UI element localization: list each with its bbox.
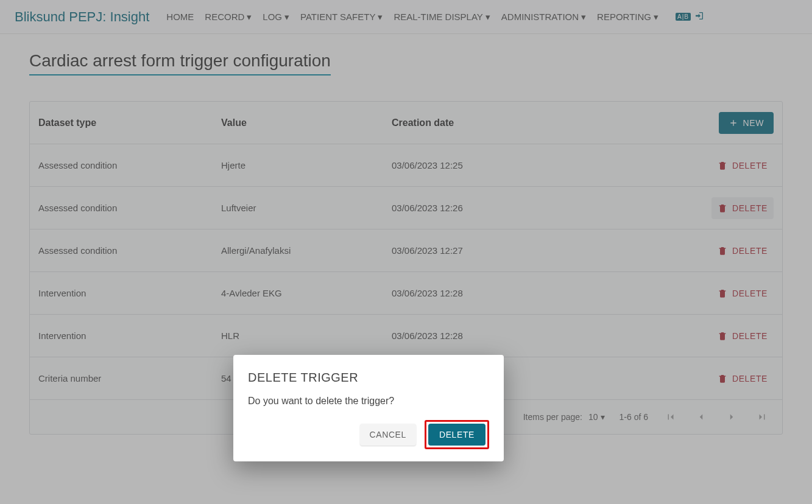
dialog-title: DELETE TRIGGER: [248, 371, 489, 385]
confirm-highlight: DELETE: [425, 420, 489, 449]
dialog-actions: CANCEL DELETE: [248, 420, 489, 449]
cancel-button[interactable]: CANCEL: [360, 424, 416, 446]
confirm-delete-button[interactable]: DELETE: [428, 424, 485, 446]
delete-trigger-dialog: DELETE TRIGGER Do you want to delete the…: [233, 355, 504, 461]
dialog-body: Do you want to delete the trigger?: [248, 396, 489, 407]
